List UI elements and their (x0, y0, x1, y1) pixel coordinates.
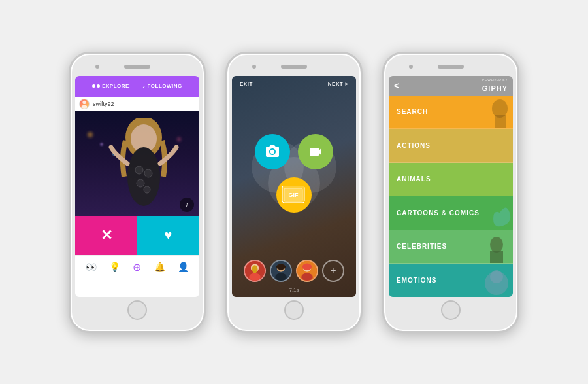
thumbnail-3[interactable] (296, 260, 318, 282)
phone-1: EXPLORE ♪ FOLLOWING swifty92 (69, 52, 206, 333)
search-label: SEARCH (397, 108, 428, 115)
front-camera-icon (409, 65, 413, 69)
nav-bell-icon[interactable]: 🔔 (154, 262, 165, 272)
avatar (79, 99, 90, 109)
phone-3-bottom (389, 300, 512, 321)
svg-point-0 (82, 100, 86, 103)
venn-diagram: GIF (248, 134, 340, 213)
speaker (438, 65, 464, 69)
action-buttons: ✕ ♥ (75, 216, 199, 255)
cartoons-label: CARTOONS & COMICS (397, 209, 480, 217)
svg-point-23 (301, 273, 313, 281)
phone-2-screen: EXIT NEXT > (232, 76, 356, 297)
love-button[interactable]: ♥ (137, 216, 199, 255)
phone3-content: < POWERED BY GIPHY SEARCH ACTIONS (389, 76, 513, 297)
speaker (281, 65, 307, 69)
following-icon: ♪ (142, 83, 146, 89)
svg-point-7 (144, 169, 152, 177)
phone2-content: EXIT NEXT > (232, 76, 356, 297)
svg-rect-26 (495, 115, 506, 128)
celebrities-label: CELEBRITIES (397, 243, 447, 250)
thumb-2-image (271, 261, 291, 281)
username: swifty92 (93, 101, 114, 107)
camera-mode-button[interactable] (255, 134, 290, 169)
music-button[interactable]: ♪ (180, 198, 194, 212)
phone-3-screen: < POWERED BY GIPHY SEARCH ACTIONS (389, 76, 513, 297)
add-thumbnail-button[interactable]: + (322, 260, 344, 282)
menu-item-cartoons[interactable]: CARTOONS & COMICS (389, 196, 513, 230)
actions-label: ACTIONS (397, 142, 431, 149)
svg-point-5 (127, 147, 160, 206)
thumbnail-1[interactable] (244, 260, 266, 282)
thumb-1-image (245, 261, 265, 281)
user-row: swifty92 (75, 97, 199, 111)
love-icon: ♥ (165, 228, 172, 243)
nav-bulb-icon[interactable]: 💡 (109, 262, 120, 272)
recent-thumbnails: + (232, 254, 356, 287)
svg-point-30 (490, 270, 503, 283)
brand-area: POWERED BY GIPHY (482, 78, 508, 94)
gif-mode-button[interactable]: GIF (276, 177, 312, 213)
svg-point-8 (137, 179, 144, 187)
phone3-header: < POWERED BY GIPHY (389, 76, 513, 96)
explore-dots (92, 84, 100, 88)
nav-add-icon[interactable]: ⊕ (133, 261, 141, 273)
front-camera-icon (252, 65, 256, 69)
home-button[interactable] (284, 300, 304, 320)
next-button[interactable]: NEXT > (328, 81, 348, 87)
menu-item-emotions[interactable]: EMOTIONS (389, 264, 513, 297)
phone-3-top (389, 60, 512, 73)
svg-rect-28 (490, 251, 503, 264)
phone-1-top (76, 60, 199, 73)
phone-1-screen: EXPLORE ♪ FOLLOWING swifty92 (75, 76, 199, 297)
explore-tab[interactable]: EXPLORE (92, 83, 129, 89)
home-button[interactable] (441, 300, 461, 320)
mode-selection-area: GIF (232, 92, 356, 254)
svg-point-27 (490, 237, 503, 253)
menu-item-search[interactable]: SEARCH (389, 96, 513, 130)
emotions-label: EMOTIONS (397, 277, 436, 284)
giphy-logo: GIPHY (482, 84, 508, 92)
svg-point-20 (276, 264, 286, 270)
svg-point-9 (144, 186, 150, 193)
animals-label: ANIMALS (397, 175, 431, 183)
dot2 (97, 84, 100, 88)
bottom-nav: 👀 💡 ⊕ 🔔 👤 (75, 255, 199, 279)
menu-item-celebrities[interactable]: CELEBRITIES (389, 230, 513, 264)
menu-item-actions[interactable]: ACTIONS (389, 129, 513, 163)
timer-value: 7.1s (289, 287, 299, 293)
thumbnail-2[interactable] (270, 260, 292, 282)
nav-profile-icon[interactable]: 👤 (178, 262, 189, 272)
svg-point-16 (252, 265, 258, 273)
following-label: FOLLOWING (147, 83, 182, 89)
powered-by-label: POWERED BY (482, 78, 508, 82)
front-camera-icon (95, 65, 99, 69)
svg-point-19 (275, 273, 287, 281)
svg-point-1 (82, 105, 88, 108)
explore-label: EXPLORE (102, 83, 129, 89)
exit-button[interactable]: EXIT (240, 81, 253, 87)
nav-eyes-icon[interactable]: 👀 (86, 262, 97, 272)
svg-point-15 (249, 273, 261, 281)
nope-icon: ✕ (101, 227, 112, 244)
thumb-3-image (297, 261, 317, 281)
menu-item-animals[interactable]: ANIMALS (389, 163, 513, 197)
phone-2-bottom (233, 300, 355, 321)
video-mode-button[interactable] (298, 134, 333, 169)
phone-1-bottom (76, 300, 199, 321)
svg-point-6 (135, 166, 143, 174)
timer-display: 7.1s (232, 287, 356, 297)
speaker (124, 65, 150, 69)
gif-display-area: ♪ (75, 111, 199, 216)
phone-3: < POWERED BY GIPHY SEARCH ACTIONS (382, 52, 519, 333)
dot1 (92, 84, 95, 88)
back-button[interactable]: < (394, 80, 399, 91)
svg-text:GIF: GIF (289, 192, 299, 198)
phone-2: EXIT NEXT > (225, 52, 363, 333)
home-button[interactable] (127, 300, 147, 320)
phone2-topbar: EXIT NEXT > (232, 76, 356, 92)
svg-point-24 (302, 263, 312, 270)
nope-button[interactable]: ✕ (75, 216, 137, 255)
phone1-header: EXPLORE ♪ FOLLOWING (75, 76, 199, 97)
following-tab[interactable]: ♪ FOLLOWING (142, 83, 182, 89)
